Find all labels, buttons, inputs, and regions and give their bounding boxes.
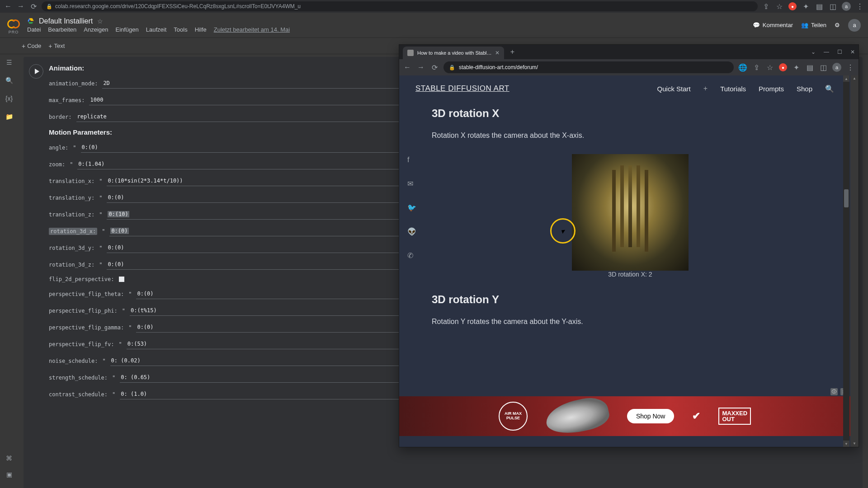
- maximize-icon[interactable]: ☐: [837, 49, 842, 55]
- menu-bearbeiten[interactable]: Bearbeiten: [48, 26, 76, 33]
- comment-button[interactable]: 💬 Kommentar: [753, 22, 793, 28]
- profile-avatar[interactable]: a: [842, 2, 851, 11]
- variables-icon[interactable]: {x}: [5, 94, 14, 103]
- sub-star-icon[interactable]: ☆: [765, 63, 774, 72]
- share-button[interactable]: 👥 Teilen: [801, 22, 826, 28]
- cursor-highlight: [550, 218, 576, 244]
- add-text-button[interactable]: + Text: [48, 42, 65, 50]
- param-label: rotation_3d_z:: [49, 262, 94, 268]
- sidepanel-icon[interactable]: ◫: [828, 2, 837, 11]
- menu-einfuegen[interactable]: Einfügen: [115, 26, 138, 33]
- tab-close-icon[interactable]: ✕: [495, 50, 500, 56]
- share-reddit-icon[interactable]: 👽: [407, 227, 416, 236]
- browser-tab[interactable]: How to make a video with Stabl… ✕: [403, 47, 504, 59]
- gear-icon: ⚙: [835, 22, 840, 28]
- colab-logo-icon: [7, 16, 20, 29]
- share-icon[interactable]: ⇪: [761, 2, 770, 11]
- sub-reading-list-icon[interactable]: ▤: [805, 63, 814, 72]
- param-label: perspective_flip_gamma:: [49, 324, 124, 331]
- colab-right-strip: ▲ ▼: [850, 75, 859, 447]
- drive-icon: [27, 18, 34, 25]
- browser-toolbar: ← → ⟳ 🔒 colab.research.google.com/drive/…: [0, 0, 868, 13]
- menu-anzeigen[interactable]: Anzeigen: [84, 26, 108, 33]
- new-tab-button[interactable]: +: [507, 47, 518, 57]
- run-cell-button[interactable]: [29, 64, 43, 79]
- colab-header: PRO Default Installiert ☆ Datei Bearbeit…: [0, 13, 868, 38]
- strip-down-icon[interactable]: ▼: [850, 441, 859, 447]
- ad-info-icon[interactable]: ⓘ: [830, 388, 838, 395]
- site-logo[interactable]: STABLE DIFFUSION ART: [415, 84, 509, 93]
- share-email-icon[interactable]: ✉: [407, 179, 416, 188]
- toc-icon[interactable]: ☰: [5, 58, 14, 67]
- site-search-icon[interactable]: 🔍: [825, 84, 834, 93]
- ad-shop-now-button[interactable]: Shop Now: [627, 409, 675, 423]
- sub-reload-button[interactable]: ⟳: [430, 63, 439, 72]
- reading-list-icon[interactable]: ▤: [815, 2, 824, 11]
- pro-badge: PRO: [9, 30, 19, 34]
- sub-share-icon[interactable]: ⇪: [752, 63, 761, 72]
- scroll-down-icon[interactable]: ▼: [843, 441, 849, 447]
- search-icon[interactable]: 🔍: [5, 76, 14, 85]
- nav-shop[interactable]: Shop: [797, 85, 812, 93]
- figure-rotation-x: 3D rotation X: 2: [432, 154, 829, 278]
- menu-laufzeit[interactable]: Laufzeit: [146, 26, 167, 33]
- sub-menu-icon[interactable]: ⋮: [846, 63, 855, 72]
- last-edited[interactable]: Zuletzt bearbeitet am 14. Mai: [214, 26, 290, 33]
- url-text: colab.research.google.com/drive/120CdqpI…: [55, 3, 301, 9]
- star-icon[interactable]: ☆: [775, 2, 784, 11]
- colab-logo[interactable]: PRO: [7, 16, 20, 34]
- add-code-button[interactable]: + Code: [22, 42, 41, 50]
- share-facebook-icon[interactable]: f: [407, 156, 416, 164]
- extensions-icon[interactable]: ✦: [801, 2, 810, 11]
- scroll-thumb[interactable]: [844, 189, 849, 207]
- sub-sidepanel-icon[interactable]: ◫: [819, 63, 828, 72]
- notebook-title[interactable]: Default Installiert: [39, 17, 93, 25]
- heading-3d-rotation-y: 3D rotation Y: [432, 293, 829, 306]
- sub-address-bar[interactable]: 🔒 stable-diffusion-art.com/deforum/: [443, 61, 734, 73]
- param-label: max_frames:: [49, 97, 85, 103]
- close-window-icon[interactable]: ✕: [850, 49, 855, 55]
- paragraph-rotation-x: Rotation X rotates the camera about the …: [432, 130, 829, 141]
- share-twitter-icon[interactable]: 🐦: [407, 203, 416, 212]
- article-content: STABLE DIFFUSION ART Quick Start + Tutor…: [399, 75, 850, 447]
- article-scrollbar[interactable]: ▲ ▼: [843, 75, 849, 447]
- menu-hilfe[interactable]: Hilfe: [195, 26, 207, 33]
- sub-profile-avatar[interactable]: a: [832, 63, 841, 72]
- command-palette-icon[interactable]: ⌘: [5, 454, 14, 463]
- extension-badge[interactable]: ●: [788, 2, 797, 10]
- nav-quick-start[interactable]: Quick Start: [657, 85, 691, 93]
- lock-icon: 🔒: [46, 4, 52, 9]
- menu-tools[interactable]: Tools: [174, 26, 187, 33]
- star-icon[interactable]: ☆: [97, 18, 103, 25]
- nav-prompts[interactable]: Prompts: [759, 85, 784, 93]
- param-label: perspective_flip_theta:: [49, 291, 124, 297]
- forward-button[interactable]: →: [16, 2, 25, 11]
- address-bar[interactable]: 🔒 colab.research.google.com/drive/120Cdq…: [42, 1, 758, 11]
- minimize-icon[interactable]: —: [824, 49, 829, 55]
- nav-tutorials[interactable]: Tutorials: [720, 85, 746, 93]
- files-icon[interactable]: 📁: [5, 112, 14, 121]
- sub-extensions-icon[interactable]: ✦: [792, 63, 801, 72]
- param-label: rotation_3d_y:: [49, 245, 94, 251]
- back-button[interactable]: ←: [4, 2, 13, 11]
- sub-extension-badge[interactable]: ●: [779, 63, 787, 71]
- menu-icon[interactable]: ⋮: [855, 2, 864, 11]
- heading-3d-rotation-x: 3D rotation X: [432, 107, 829, 120]
- ad-banner[interactable]: ⓘ ✕ AIR MAX PULSE Shop Now ✔ MAXXED OUT: [399, 396, 850, 436]
- flip-2d-perspective-checkbox[interactable]: [119, 277, 124, 282]
- user-avatar[interactable]: a: [848, 19, 861, 32]
- strip-up-icon[interactable]: ▲: [850, 75, 859, 82]
- sub-forward-button[interactable]: →: [416, 63, 425, 71]
- chevron-down-icon[interactable]: ⌄: [811, 49, 816, 55]
- param-label: translation_z:: [49, 211, 94, 218]
- menu-datei[interactable]: Datei: [27, 26, 41, 33]
- reload-button[interactable]: ⟳: [29, 2, 38, 11]
- nav-expand-icon[interactable]: +: [703, 84, 708, 93]
- share-whatsapp-icon[interactable]: ✆: [407, 251, 416, 260]
- translate-icon[interactable]: 🌐: [738, 63, 747, 72]
- secondary-browser-window: How to make a video with Stabl… ✕ + ⌄ — …: [399, 44, 859, 447]
- param-label: perspective_flip_phi:: [49, 308, 118, 314]
- settings-button[interactable]: ⚙: [835, 22, 840, 28]
- terminal-icon[interactable]: ▣: [5, 470, 14, 479]
- sub-back-button[interactable]: ←: [403, 63, 412, 71]
